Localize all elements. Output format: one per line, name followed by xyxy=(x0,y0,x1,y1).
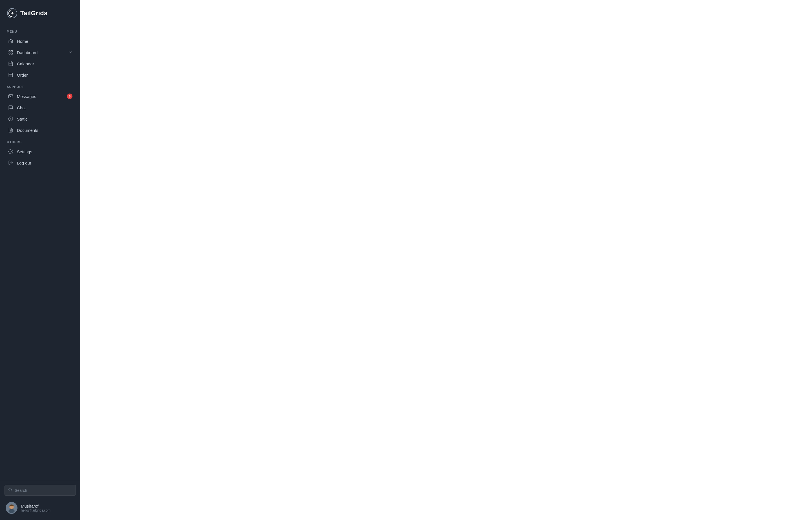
sidebar-item-order[interactable]: Order xyxy=(4,69,76,81)
svg-rect-2 xyxy=(11,50,13,52)
sidebar-item-static[interactable]: Static xyxy=(4,113,76,125)
search-input[interactable] xyxy=(15,488,72,493)
sidebar-item-settings-label: Settings xyxy=(17,149,72,154)
logout-icon xyxy=(8,160,14,166)
sidebar-item-home[interactable]: Home xyxy=(4,35,76,47)
logo-area[interactable]: TailGrids xyxy=(0,0,80,25)
sidebar-item-calendar-label: Calendar xyxy=(17,61,72,66)
support-section-label: SUPPORT xyxy=(4,81,76,91)
sidebar-item-messages-label: Messages xyxy=(17,94,62,99)
svg-line-18 xyxy=(11,490,12,491)
documents-icon xyxy=(8,127,14,133)
sidebar-item-logout-label: Log out xyxy=(17,161,72,165)
sidebar-item-documents[interactable]: Documents xyxy=(4,125,76,136)
user-info: Musharof hello@tailgrids.com xyxy=(21,504,50,512)
svg-rect-4 xyxy=(11,53,13,54)
svg-rect-1 xyxy=(9,50,10,52)
sidebar-item-chat-label: Chat xyxy=(17,105,72,110)
brand-logo-icon xyxy=(7,8,18,19)
sidebar-item-settings[interactable]: Settings xyxy=(4,146,76,157)
home-icon xyxy=(8,38,14,44)
sidebar-bottom: Musharof hello@tailgrids.com xyxy=(0,480,80,520)
user-email: hello@tailgrids.com xyxy=(21,509,50,512)
svg-point-15 xyxy=(10,151,11,152)
svg-rect-3 xyxy=(9,53,10,54)
messages-badge: 5 xyxy=(67,94,72,99)
search-box[interactable] xyxy=(4,485,76,496)
user-name: Musharof xyxy=(21,504,50,509)
chat-icon xyxy=(8,105,14,110)
others-section-label: OTHERS xyxy=(4,136,76,146)
sidebar: TailGrids MENU Home xyxy=(0,0,80,520)
sidebar-item-home-label: Home xyxy=(17,39,72,44)
avatar xyxy=(6,502,18,514)
user-profile[interactable]: Musharof hello@tailgrids.com xyxy=(4,500,76,516)
chevron-down-icon xyxy=(68,50,72,55)
sidebar-item-chat[interactable]: Chat xyxy=(4,102,76,113)
messages-icon xyxy=(8,94,14,99)
sidebar-item-dashboard-label: Dashboard xyxy=(17,50,65,55)
menu-section-label: MENU xyxy=(4,25,76,35)
brand-name: TailGrids xyxy=(20,9,47,17)
static-icon xyxy=(8,116,14,122)
dashboard-icon xyxy=(8,50,14,55)
sidebar-item-static-label: Static xyxy=(17,116,72,122)
main-content xyxy=(80,0,812,520)
sidebar-item-calendar[interactable]: Calendar xyxy=(4,58,76,69)
svg-point-20 xyxy=(8,509,15,513)
sidebar-item-messages[interactable]: Messages 5 xyxy=(4,91,76,102)
sidebar-item-dashboard[interactable]: Dashboard xyxy=(4,47,76,58)
sidebar-item-logout[interactable]: Log out xyxy=(4,157,76,168)
order-icon xyxy=(8,72,14,78)
nav-section: MENU Home Dashboard xyxy=(0,25,80,480)
calendar-icon xyxy=(8,61,14,67)
svg-rect-9 xyxy=(9,73,13,77)
sidebar-item-order-label: Order xyxy=(17,73,72,77)
sidebar-item-documents-label: Documents xyxy=(17,128,72,133)
search-icon xyxy=(8,488,13,493)
svg-rect-5 xyxy=(9,62,13,66)
settings-icon xyxy=(8,149,14,154)
